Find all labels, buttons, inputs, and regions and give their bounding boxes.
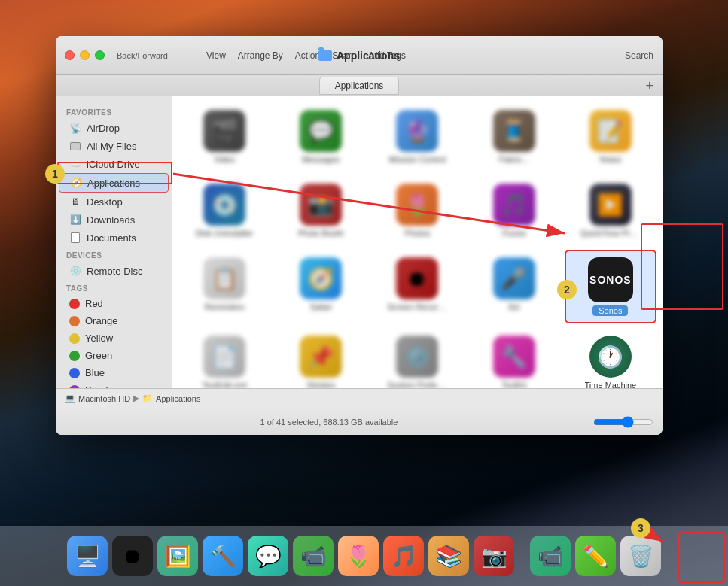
list-item[interactable]: 🎬 Video	[180, 104, 269, 170]
status-text: 1 of 41 selected, 688.13 GB available	[65, 417, 593, 427]
list-item[interactable]: 🌷 Photos	[373, 178, 461, 244]
sidebar-item-label: Blue	[85, 367, 105, 378]
back-forward-button[interactable]: Back/Forward	[114, 50, 171, 62]
title-bar: Back/Forward View Arrange By Action Shar…	[56, 36, 663, 75]
list-item[interactable]: 📸 Photo Booth	[276, 178, 365, 244]
sidebar-item-documents[interactable]: Documents	[59, 229, 169, 247]
maximize-button[interactable]	[95, 50, 105, 60]
list-item[interactable]: 🎤 Siri	[470, 251, 559, 322]
app-icon: 📝	[589, 110, 632, 152]
app-icon: 📋	[203, 257, 245, 299]
sidebar-item-label: AirDrop	[87, 123, 120, 134]
app-icon: 🎤	[493, 257, 535, 299]
app-label: Reminders	[205, 302, 245, 311]
app-label: Screen Recorder	[387, 302, 447, 311]
list-item[interactable]: 🔮 Mission Control	[373, 104, 461, 170]
list-item[interactable]: 🔧 ToolKit	[470, 329, 559, 396]
breadcrumb-folder: Applications	[156, 394, 200, 403]
app-label: Disk Uninstaller	[196, 229, 253, 238]
search-button[interactable]: Search	[625, 50, 653, 61]
dock-item-music[interactable]: 🎵	[383, 536, 424, 576]
annotation-badge-2: 2	[557, 280, 577, 299]
dock-item-quicktime[interactable]: ⏺	[112, 536, 153, 576]
app-icon: 🧭	[300, 257, 342, 299]
app-icon: 📸	[300, 184, 342, 226]
sonos-icon-text: SONOS	[589, 274, 632, 286]
list-item[interactable]: 📝 Notes	[566, 104, 655, 170]
list-item[interactable]: 💿 Disk Uninstaller	[180, 178, 269, 244]
sonos-app-item[interactable]: SONOS Sonos	[566, 251, 655, 322]
list-item[interactable]: 📋 Reminders	[180, 251, 269, 322]
app-label: Safari	[310, 302, 332, 311]
action-button[interactable]: Action	[295, 50, 320, 61]
all-my-files-icon	[69, 140, 81, 152]
sidebar-item-tag-green[interactable]: Green	[59, 347, 169, 364]
window-title-text: Applications	[337, 50, 400, 62]
add-tab-button[interactable]: +	[645, 79, 653, 93]
sidebar-item-all-my-files[interactable]: All My Files	[59, 137, 169, 155]
dock-item-trash[interactable]: 🗑️	[620, 536, 661, 576]
arrange-by-button[interactable]: Arrange By	[238, 50, 283, 61]
minimize-button[interactable]	[80, 50, 90, 60]
dock-item-sketchbook[interactable]: ✏️	[575, 536, 616, 576]
list-item[interactable]: 🧭 Safari	[276, 251, 365, 322]
status-bar: 1 of 41 selected, 688.13 GB available	[56, 408, 663, 435]
app-icon: 🔧	[493, 336, 535, 378]
sidebar-item-label: Applications	[87, 178, 140, 189]
dock-item-zoom[interactable]: 📹	[530, 536, 571, 576]
sidebar-item-applications[interactable]: 🧭 Applications	[59, 173, 169, 193]
list-item[interactable]: ⚙️ System Preferences	[373, 329, 461, 396]
breadcrumb-hd: Macintosh HD	[78, 394, 130, 403]
zoom-slider[interactable]	[593, 416, 653, 428]
list-item[interactable]: 🧵 Fabric...	[470, 104, 559, 170]
sidebar-item-tag-yellow[interactable]: Yellow	[59, 329, 169, 347]
dock-item-messages[interactable]: 💬	[248, 536, 288, 576]
app-icon: 📌	[300, 336, 342, 378]
green-tag-icon	[69, 351, 80, 361]
devices-section-label: Devices	[56, 247, 172, 262]
sidebar-item-label: Red	[85, 298, 103, 309]
view-button[interactable]: View	[206, 50, 226, 61]
app-label: Photos	[404, 229, 430, 238]
dock-divider	[522, 537, 522, 575]
time-machine-app-item[interactable]: 🕐 Time Machine	[566, 329, 655, 396]
list-item[interactable]: 📌 Stickies	[276, 329, 365, 396]
sidebar-item-icloud-drive[interactable]: ☁️ iCloud Drive	[59, 155, 169, 173]
list-item[interactable]: 💬 Messages	[276, 104, 365, 170]
app-label: iTunes	[501, 229, 526, 238]
favorites-section-label: Favorites	[56, 104, 172, 119]
sidebar-item-tag-blue[interactable]: Blue	[59, 364, 169, 381]
dock: 🖥️ ⏺ 🖼️ 🔨 💬 📹 🌷 🎵 📚 📷 📹 ✏️ 🗑️	[0, 526, 728, 586]
dock-item-photo-booth[interactable]: 📷	[474, 536, 514, 576]
list-item[interactable]: ⏺ Screen Recorder	[373, 251, 461, 322]
app-label: Fabric...	[499, 155, 529, 164]
dock-item-finder[interactable]: 🖥️	[67, 536, 108, 576]
sidebar-item-downloads[interactable]: ⬇️ Downloads	[59, 211, 169, 229]
close-button[interactable]	[65, 50, 75, 60]
dock-item-xcode[interactable]: 🔨	[203, 536, 243, 576]
annotation-badge-3: 3	[631, 518, 650, 538]
sidebar-item-tag-red[interactable]: Red	[59, 295, 169, 312]
tab-bar: Applications +	[56, 75, 663, 96]
dock-item-image-capture[interactable]: 🖼️	[157, 536, 198, 576]
sonos-label: Sonos	[592, 305, 628, 316]
sidebar-item-remote-disc[interactable]: 💿 Remote Disc	[59, 262, 169, 280]
list-item[interactable]: 🎵 iTunes	[470, 178, 559, 244]
dock-item-facetime[interactable]: 📹	[293, 536, 334, 576]
documents-icon	[69, 232, 81, 244]
list-item[interactable]: ▶️ QuickTime Player	[566, 178, 655, 244]
traffic-lights	[65, 50, 105, 60]
dock-item-photos[interactable]: 🌷	[338, 536, 379, 576]
sidebar-item-airdrop[interactable]: 📡 AirDrop	[59, 119, 169, 137]
sidebar-item-desktop[interactable]: 🖥 Desktop	[59, 193, 169, 211]
app-label: Notes	[600, 155, 622, 164]
list-item[interactable]: 📄 TextEdit.xml	[180, 329, 269, 396]
sidebar-item-tag-orange[interactable]: Orange	[59, 312, 169, 329]
window-title: Applications	[318, 50, 400, 62]
app-icon: 🧵	[493, 110, 535, 152]
sidebar-item-label: Downloads	[87, 214, 135, 226]
sidebar: Favorites 📡 AirDrop All My Files ☁️	[56, 96, 172, 396]
dock-item-books[interactable]: 📚	[428, 536, 469, 576]
applications-tab[interactable]: Applications	[319, 77, 400, 95]
title-folder-icon	[318, 50, 332, 61]
